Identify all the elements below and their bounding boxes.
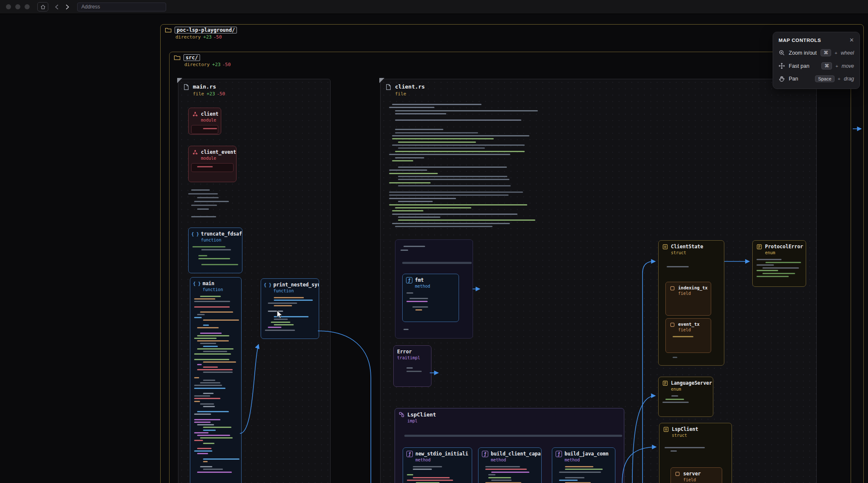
node-title: LspClient	[672, 426, 698, 432]
control-action: move	[842, 63, 854, 69]
plus-sign: +	[835, 64, 838, 69]
function-icon: { }	[194, 280, 200, 287]
zoom-icon	[779, 50, 785, 56]
home-button[interactable]	[37, 2, 48, 11]
node-struct-lspclient[interactable]: LspClient struct server field	[659, 423, 732, 483]
struct-icon	[663, 426, 669, 433]
node-title: LanguageServer	[671, 380, 712, 386]
impl-icon	[398, 411, 405, 418]
plus-sign: +	[835, 50, 837, 56]
node-method-fmt[interactable]: ƒ fmt method	[402, 274, 459, 322]
map-control-row-zoom: Zoom in/out ⌘ + wheel	[773, 46, 860, 59]
node-module-client[interactable]: client module	[188, 108, 221, 135]
diff-removed: -50	[213, 34, 222, 40]
address-input[interactable]: Address	[77, 3, 166, 11]
node-kind: module	[201, 156, 236, 161]
node-module-client-events[interactable]: client_events module	[188, 146, 236, 182]
code-map-canvas[interactable]: poc-lsp-playground/ directory+23-50 src/…	[0, 14, 868, 483]
file-header: main.rs file+23-50	[178, 79, 330, 101]
plus-sign: +	[838, 76, 840, 81]
node-title: Error	[397, 349, 428, 355]
node-kind: file	[395, 91, 406, 97]
traffic-lights	[6, 4, 30, 9]
control-action: drag	[844, 76, 854, 82]
node-function-truncate-fdsafda[interactable]: { } truncate_fdsafda function	[188, 228, 242, 273]
file-icon	[184, 84, 189, 90]
code-preview	[666, 333, 711, 341]
struct-icon	[662, 244, 668, 250]
close-window-button[interactable]	[6, 4, 11, 9]
home-icon	[40, 4, 46, 10]
node-field-event-tx[interactable]: event_tx field	[665, 318, 711, 353]
node-title: event_tx	[678, 322, 700, 327]
code-preview	[403, 464, 472, 483]
method-icon: ƒ	[406, 451, 413, 457]
forward-arrow-icon	[64, 4, 70, 10]
file-node-main-rs[interactable]: main.rs file+23-50 client module client_…	[178, 79, 331, 483]
directory-name[interactable]: src/	[184, 54, 200, 61]
function-icon: { }	[264, 282, 271, 288]
method-icon: ƒ	[406, 277, 412, 283]
node-title: server	[683, 471, 701, 477]
code-preview	[188, 189, 260, 220]
move-icon	[779, 63, 785, 69]
node-traitimpl-error[interactable]: Error traitimpl	[393, 345, 431, 387]
code-preview	[261, 294, 319, 335]
node-function-main[interactable]: { } main function	[190, 277, 242, 483]
directory-name[interactable]: poc-lsp-playground/	[175, 27, 237, 33]
node-field-indexing-tx[interactable]: indexing_tx field	[665, 282, 711, 316]
node-title: new_stdio_initiali	[415, 451, 468, 457]
close-icon[interactable]: ✕	[849, 37, 854, 43]
code-preview	[664, 357, 689, 360]
node-kind: directory	[175, 34, 201, 40]
node-function-print-nested[interactable]: { } print_nested_syr function	[261, 278, 319, 339]
node-impl-lspclient[interactable]: LspClient impl ƒ new_stdio_initiali meth…	[395, 408, 624, 483]
module-icon	[192, 111, 198, 117]
maximize-window-button[interactable]	[25, 4, 30, 9]
node-enum-languageserver[interactable]: LanguageServer enum	[658, 377, 713, 417]
node-title: indexing_tx	[678, 285, 708, 290]
key-badge: ⌘	[821, 62, 832, 69]
back-button[interactable]	[52, 2, 62, 12]
node-impl-display[interactable]: ƒ fmt method	[395, 239, 473, 339]
window-titlebar: Address	[0, 0, 868, 14]
diff-added: +23	[207, 91, 215, 97]
code-preview	[666, 297, 711, 305]
code-preview	[665, 447, 726, 454]
code-preview	[552, 464, 615, 483]
node-kind: module	[201, 118, 219, 122]
node-method-new-stdio[interactable]: ƒ new_stdio_initiali method	[403, 447, 472, 483]
file-name: main.rs	[193, 83, 225, 90]
diff-removed: -50	[222, 62, 231, 67]
node-field-server[interactable]: server field	[670, 467, 722, 483]
code-preview	[401, 246, 464, 253]
node-kind: file	[193, 91, 204, 97]
code-preview	[479, 464, 541, 483]
file-node-client-rs[interactable]: client.rs file ƒ fmt method Error	[380, 79, 817, 483]
minimize-window-button[interactable]	[15, 4, 20, 9]
code-preview	[190, 293, 241, 477]
field-icon	[674, 471, 681, 477]
node-method-build-java-comn[interactable]: ƒ build_java_comn method	[552, 447, 615, 483]
file-icon	[386, 84, 391, 90]
directory-label: src/ directory+23-50	[174, 54, 231, 67]
node-kind: function	[201, 238, 242, 242]
forward-button[interactable]	[62, 2, 72, 12]
map-control-row-fast-pan: Fast pan ⌘ + move	[773, 59, 860, 72]
enum-icon	[662, 380, 668, 386]
node-kind: directory	[184, 62, 210, 67]
hand-icon	[779, 76, 785, 82]
node-kind: field	[683, 477, 701, 482]
key-badge: ⌘	[821, 49, 831, 56]
node-struct-clientstate[interactable]: ClientState struct indexing_tx field	[658, 240, 724, 366]
key-badge: Space	[815, 75, 834, 82]
code-preview	[659, 393, 713, 408]
node-enum-protocolerror[interactable]: ProtocolError enum	[752, 240, 806, 287]
node-method-build-client-capa[interactable]: ƒ build_client_capa method	[478, 447, 542, 483]
node-kind: method	[565, 458, 609, 462]
map-controls-panel: MAP CONTROLS ✕ Zoom in/out ⌘ + wheel Fas…	[773, 32, 860, 89]
node-title: ClientState	[671, 244, 703, 250]
node-kind: field	[678, 291, 708, 296]
code-preview	[189, 244, 242, 269]
node-kind: traitimpl	[397, 355, 428, 360]
